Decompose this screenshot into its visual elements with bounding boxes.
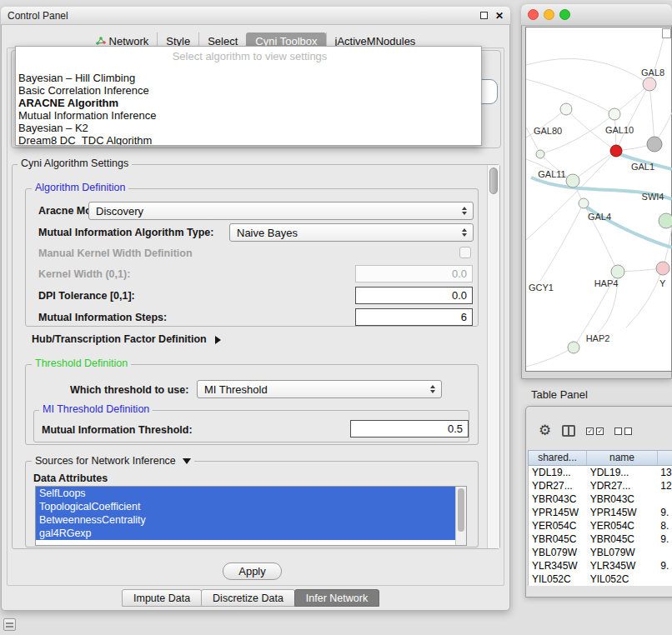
mi-type-select[interactable]: Naive Bayes — [229, 223, 474, 242]
table-row[interactable]: YBR043CYBR043C — [529, 492, 672, 506]
canvas-corner-button[interactable] — [662, 28, 671, 38]
settings-scrollbar[interactable] — [487, 165, 499, 548]
cell: YER054C — [587, 519, 658, 532]
mi-threshold-label: Mutual Information Threshold: — [42, 424, 193, 436]
network-edge — [573, 151, 616, 181]
node-label: Y — [659, 278, 666, 288]
table-row[interactable]: YPR145WYPR145W9. — [529, 506, 672, 519]
minimize-traffic-light[interactable] — [544, 9, 554, 20]
cell: 9. — [657, 506, 672, 519]
cell: YER054C — [529, 519, 587, 532]
data-attributes-label: Data Attributes — [33, 472, 108, 484]
cell: YBL079W — [587, 546, 658, 559]
tab-impute-data[interactable]: Impute Data — [122, 589, 202, 607]
select-all-checkboxes-icon[interactable]: ✓✓ — [586, 428, 604, 435]
network-node[interactable] — [568, 342, 579, 353]
settings-scrollbar-thumb[interactable] — [489, 168, 498, 194]
algorithm-option[interactable]: Bayesian – Hill Climbing — [18, 72, 481, 84]
attribute-item[interactable]: SelfLoops — [36, 487, 455, 500]
dpi-tolerance-label: DPI Tolerance [0,1]: — [38, 290, 135, 302]
table-row[interactable]: YLR345WYLR345W9. — [529, 559, 672, 572]
cell: YIL052C — [587, 572, 658, 586]
control-panel-titlebar: Control Panel ✕ — [1, 7, 510, 25]
aracne-mode-select[interactable]: Discovery — [88, 202, 474, 220]
deselect-all-checkboxes-icon[interactable] — [614, 428, 632, 435]
tab-infer-network[interactable]: Infer Network — [294, 589, 379, 607]
node-label: GAL10 — [605, 125, 634, 135]
attribute-item[interactable]: TopologicalCoefficient — [36, 500, 455, 513]
column-header[interactable]: shared... — [529, 451, 587, 465]
which-threshold-select[interactable]: MI Threshold — [197, 380, 442, 398]
attributes-scrollbar[interactable] — [455, 487, 466, 545]
sources-title: Sources for Network Inference — [35, 455, 176, 467]
network-node[interactable] — [610, 145, 622, 157]
cyni-settings-title: Cyni Algorithm Settings — [18, 158, 132, 169]
close-traffic-light[interactable] — [528, 9, 539, 20]
hub-section-toggle[interactable]: Hub/Transcription Factor Definition — [32, 333, 221, 345]
column-header[interactable] — [658, 451, 672, 465]
columns-icon[interactable] — [562, 425, 575, 437]
cell: YBR043C — [587, 492, 658, 506]
network-node[interactable] — [579, 198, 589, 208]
zoom-traffic-light[interactable] — [559, 9, 570, 20]
panel-grip-icon[interactable] — [3, 618, 16, 631]
kernel-width-field[interactable]: 0.0 — [355, 265, 473, 282]
table-row[interactable]: YDR27...YDR27...12... — [529, 479, 672, 492]
mi-type-label: Mutual Information Algorithm Type: — [38, 227, 213, 238]
table-row[interactable]: YDL19...YDL19...13... — [529, 466, 672, 479]
network-node[interactable] — [656, 262, 669, 275]
data-attributes-list: SelfLoopsTopologicalCoefficientBetweenne… — [35, 486, 467, 546]
table-body: YDL19...YDL19...13...YDR27...YDR27...12.… — [528, 466, 672, 586]
cell: 9. — [657, 532, 672, 546]
manual-kernel-checkbox[interactable] — [459, 247, 471, 258]
sources-toggle[interactable]: Sources for Network Inference — [32, 456, 194, 467]
stepper-icon — [430, 385, 435, 393]
table-row[interactable]: YBR045CYBR045C9. — [529, 532, 672, 546]
node-label: HAP2 — [586, 333, 610, 343]
attribute-item[interactable]: BetweennessCentrality — [36, 513, 455, 527]
algorithm-placeholder: Select algorithm to view settings — [18, 50, 481, 63]
algorithm-option[interactable]: ARACNE Algorithm — [18, 97, 481, 109]
network-node[interactable] — [647, 137, 662, 152]
algorithm-option[interactable]: Mutual Information Inference — [18, 109, 481, 122]
apply-button[interactable]: Apply — [223, 562, 282, 580]
dpi-tolerance-field[interactable]: 0.0 — [355, 287, 473, 304]
attributes-scrollbar-thumb[interactable] — [458, 488, 464, 532]
network-node[interactable] — [643, 78, 656, 91]
table-panel-title: Table Panel — [531, 388, 588, 401]
close-icon[interactable]: ✕ — [495, 11, 504, 21]
cell: YDR27... — [529, 479, 587, 492]
attribute-item[interactable]: gal4RGexp — [36, 527, 455, 540]
mi-threshold-title: MI Threshold Definition — [39, 404, 153, 415]
table-row[interactable]: YER054CYER054C8. — [529, 519, 672, 532]
control-panel-title: Control Panel — [8, 10, 68, 22]
node-label: GAL4 — [588, 212, 611, 222]
cell: YLR345W — [529, 559, 587, 572]
float-window-icon[interactable] — [480, 10, 488, 22]
cell: YBR045C — [529, 532, 587, 546]
network-node[interactable] — [566, 174, 579, 188]
cell: YDR27... — [587, 479, 658, 492]
gear-icon[interactable]: ⚙ — [539, 422, 551, 439]
aracne-mode-value: Discovery — [96, 205, 143, 218]
node-label: HAP4 — [594, 278, 619, 288]
network-node[interactable] — [659, 213, 672, 228]
mi-threshold-field[interactable]: 0.5 — [350, 420, 469, 438]
table-row[interactable]: YBL079WYBL079W — [529, 546, 672, 559]
table-row[interactable]: YIL052CYIL052C — [529, 572, 672, 586]
algorithm-option[interactable]: Basic Correlation Inference — [18, 84, 481, 97]
cell — [657, 492, 672, 506]
node-label: GCY1 — [529, 282, 554, 292]
network-node[interactable] — [611, 265, 624, 278]
network-node[interactable] — [609, 108, 620, 120]
tab-discretize-data[interactable]: Discretize Data — [201, 589, 295, 607]
cell: 8. — [657, 519, 672, 532]
network-node[interactable] — [560, 103, 572, 115]
column-header[interactable]: name — [587, 451, 658, 465]
stepper-icon — [462, 207, 467, 215]
algorithm-option[interactable]: Dream8 DC_TDC Algorithm — [18, 134, 481, 146]
expanded-arrow-icon — [183, 458, 191, 464]
algorithm-option[interactable]: Bayesian – K2 — [18, 122, 481, 134]
mi-steps-field[interactable]: 6 — [355, 308, 473, 326]
network-node[interactable] — [536, 150, 544, 158]
